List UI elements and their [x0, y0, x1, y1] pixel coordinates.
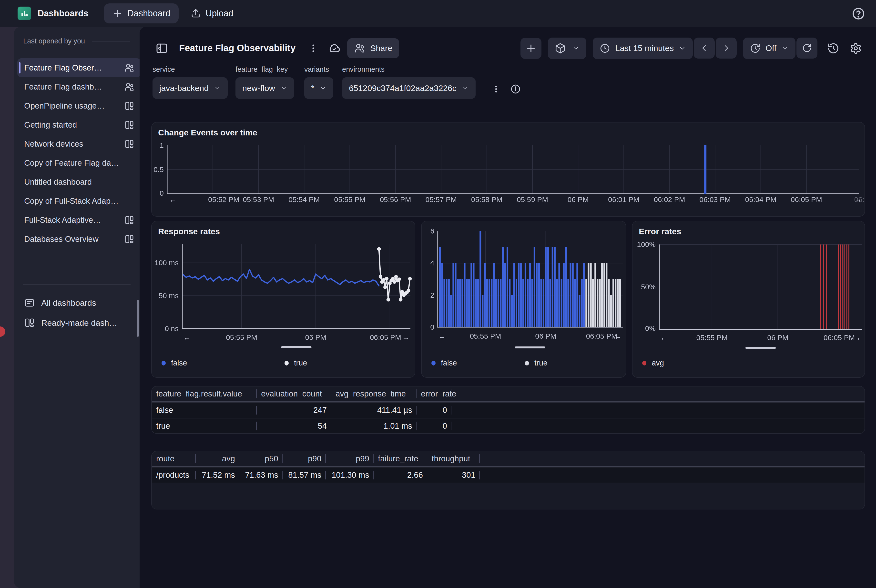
divider: [92, 41, 130, 42]
column-header[interactable]: avg: [196, 452, 239, 466]
sidebar-item-copy-of-full-stack[interactable]: Copy of Full-Stack Adap…: [17, 192, 141, 210]
refresh-button[interactable]: [796, 38, 818, 58]
column-header[interactable]: avg_response_time: [331, 387, 417, 401]
error-rates-panel: Error rates avg: [632, 221, 865, 378]
change-events-chart[interactable]: [154, 140, 864, 213]
sidebar-item-ready-made-dashboards[interactable]: Ready-made dash…: [17, 313, 124, 333]
alert-badge: [0, 327, 5, 337]
column-header[interactable]: evaluation_count: [257, 387, 331, 401]
sidebar-item-getting-started[interactable]: Getting started: [17, 116, 141, 134]
layout-icon: [124, 234, 135, 244]
table-row[interactable]: /products 71.52 ms 71.63 ms 81.57 ms 101…: [152, 467, 864, 483]
add-panel-button[interactable]: [520, 38, 542, 59]
kebab-menu-icon[interactable]: [303, 38, 324, 59]
collapse-sidebar-button[interactable]: [151, 38, 172, 59]
sidebar-item-full-stack-adaptive[interactable]: Full-Stack Adaptive…: [17, 210, 141, 230]
chevron-down-icon: [782, 45, 789, 52]
plus-icon: [112, 8, 123, 19]
legend-item-false[interactable]: false: [162, 358, 285, 368]
filter-label: feature_flag_key: [236, 65, 294, 74]
time-forward-button[interactable]: [716, 38, 736, 58]
new-dashboard-button[interactable]: Dashboard: [104, 3, 178, 23]
table-row[interactable]: false 247 411.41 µs 0: [152, 402, 864, 418]
divider: [23, 285, 130, 285]
nav-dashboards[interactable]: Dashboards: [38, 8, 88, 18]
sidebar-item-feature-flag-dashboard[interactable]: Feature Flag dashb…: [17, 77, 141, 96]
feature-flag-results-table: feature_flag.result.value evaluation_cou…: [151, 386, 865, 434]
sidebar-item-network-devices[interactable]: Network devices: [17, 134, 141, 153]
table-row[interactable]: true 54 1.01 ms 0: [152, 418, 864, 434]
chevron-down-icon: [572, 45, 579, 52]
filter-environments-dropdown[interactable]: 651209c374a1f02aa2a3226c: [342, 77, 476, 99]
evaluation-counts-chart[interactable]: [424, 225, 624, 354]
routes-table: route avg p50 p90 p99 failure_rate throu…: [151, 451, 865, 509]
layout-icon: [124, 139, 135, 149]
column-header[interactable]: p99: [326, 452, 374, 466]
column-header[interactable]: route: [152, 452, 196, 466]
top-bar: Dashboards Dashboard Upload: [0, 0, 876, 27]
legend-dot: [431, 361, 435, 366]
error-rates-chart[interactable]: [635, 235, 863, 357]
clock-icon: [600, 43, 610, 54]
app-panel: Last opened by you Feature Flag Obser… F…: [14, 27, 876, 588]
layout-icon: [124, 215, 135, 225]
sidebar: Last opened by you Feature Flag Obser… F…: [14, 27, 140, 588]
chevron-down-icon: [280, 85, 287, 92]
column-header[interactable]: error_rate: [417, 387, 452, 401]
sidebar-item-databases-overview[interactable]: Databases Overview: [17, 230, 141, 249]
help-icon[interactable]: [852, 7, 865, 21]
legend-item-true[interactable]: true: [525, 358, 618, 368]
legend-item-avg[interactable]: avg: [642, 358, 750, 368]
users-icon: [124, 82, 135, 92]
filter-feature-flag-key-dropdown[interactable]: new-flow: [236, 77, 294, 99]
column-header[interactable]: p90: [283, 452, 326, 466]
chart-legend: false true: [431, 358, 618, 368]
app-logo-icon[interactable]: [18, 7, 31, 20]
column-header[interactable]: failure_rate: [374, 452, 427, 466]
sidebar-item-openpipeline-usage[interactable]: OpenPipeline usage…: [17, 96, 141, 116]
response-rates-panel: Response rates false true: [151, 221, 415, 378]
sidebar-item-copy-of-feature-flag[interactable]: Copy of Feature Flag da…: [17, 153, 141, 172]
share-button[interactable]: Share: [347, 38, 399, 58]
column-header[interactable]: throughput: [427, 452, 480, 466]
time-range-dropdown[interactable]: Last 15 minutes: [593, 38, 693, 59]
chevron-down-icon: [462, 85, 469, 92]
filter-label: variants: [304, 65, 333, 74]
chart-legend: avg: [642, 358, 857, 368]
cloud-sync-icon[interactable]: [324, 38, 345, 59]
legend-item-true[interactable]: true: [285, 358, 408, 368]
legend-dot: [285, 361, 289, 366]
upload-button[interactable]: Upload: [182, 3, 242, 23]
chart-title: Response rates: [158, 226, 220, 236]
filter-variants-dropdown[interactable]: *: [304, 77, 333, 99]
chart-title: Change Events over time: [158, 128, 257, 137]
info-icon[interactable]: [507, 81, 524, 98]
variables-dropdown[interactable]: [548, 38, 586, 59]
column-header[interactable]: p50: [239, 452, 283, 466]
chevron-down-icon: [679, 45, 686, 52]
layout-icon: [124, 101, 135, 111]
refresh-clock-icon: [750, 43, 760, 54]
page-title: Feature Flag Observability: [179, 43, 296, 53]
filters-kebab-menu-icon[interactable]: [488, 81, 505, 98]
legend-dot: [642, 361, 646, 366]
users-icon: [354, 43, 365, 54]
response-rates-chart[interactable]: [154, 238, 413, 354]
recent-dashboards-list: Feature Flag Obser… Feature Flag dashb… …: [17, 58, 140, 249]
sidebar-section-label: Last opened by you: [23, 37, 85, 45]
legend-item-false[interactable]: false: [431, 358, 525, 368]
chevron-down-icon: [214, 85, 221, 92]
settings-gear-icon[interactable]: [845, 38, 866, 59]
history-icon[interactable]: [823, 38, 844, 59]
auto-refresh-dropdown[interactable]: Off: [743, 38, 795, 59]
sidebar-item-untitled-dashboard[interactable]: Untitled dashboard: [17, 172, 141, 192]
sidebar-item-feature-flag-observability[interactable]: Feature Flag Obser…: [17, 58, 141, 77]
sidebar-item-all-dashboards[interactable]: All dashboards: [17, 293, 124, 313]
chart-legend: false true: [162, 358, 408, 368]
filter-service-dropdown[interactable]: java-backend: [153, 77, 228, 99]
filter-bar: service java-backend feature_flag_key ne…: [151, 65, 866, 104]
time-back-button[interactable]: [694, 38, 715, 58]
evaluation-counts-panel: false true: [421, 221, 626, 378]
column-header[interactable]: feature_flag.result.value: [152, 387, 257, 401]
sidebar-scrollbar[interactable]: [137, 300, 139, 337]
